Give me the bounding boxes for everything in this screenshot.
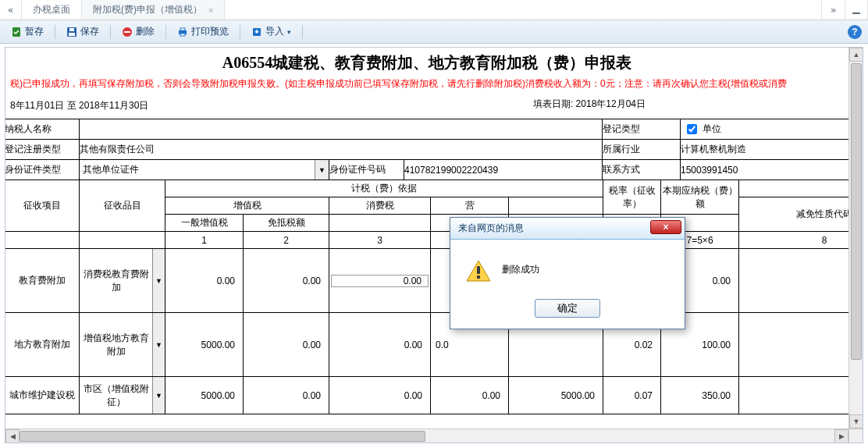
cell-c7[interactable]: 350.00 <box>661 377 739 414</box>
unit-checkbox[interactable] <box>687 124 697 134</box>
cell-c6[interactable]: 0.07 <box>603 377 661 414</box>
col-levy-item: 征收品目 <box>80 180 165 232</box>
cell-c4[interactable]: 0.00 <box>431 377 509 414</box>
table-row: 城市维护建设税 市区（增值税附征） ▼ 5000.00 0.00 0.00 0.… <box>5 377 848 414</box>
tab-close-icon[interactable]: × <box>208 5 213 15</box>
scroll-up-button[interactable]: ▲ <box>849 48 863 62</box>
cell-item-dropdown[interactable]: 市区（增值税附征） ▼ <box>80 377 165 414</box>
taxpayer-info-grid: 纳税人名称 登记类型 单位 登记注册类型 其他有限责任公司 所属行业 计算机整机… <box>5 119 848 160</box>
industry-label: 所属行业 <box>603 140 681 160</box>
warning-icon <box>466 260 491 282</box>
help-button[interactable]: ? <box>848 25 862 39</box>
import-icon <box>251 27 262 37</box>
svg-rect-13 <box>477 276 480 279</box>
scroll-thumb[interactable] <box>20 431 425 442</box>
scroll-body: A06554城建税、教育费附加、地方教育附加税（费）申报表 税)已申报成功，再填… <box>5 48 848 428</box>
window-minimize-button[interactable] <box>845 0 868 20</box>
tab-label: 附加税(费)申报（增值税） <box>93 3 202 16</box>
levy-data-table: 征收项目 征收品目 计税（费）依据 税率（征收率） 本期应纳税（费）额 本期减免… <box>5 180 848 414</box>
col-consumption: 消费税 <box>329 197 431 215</box>
cell-c8[interactable] <box>739 313 848 377</box>
report-title: A06554城建税、教育费附加、地方教育附加税（费）申报表 <box>5 48 848 76</box>
cell-c3-editor[interactable]: 0.00 <box>331 275 429 287</box>
tabs-next-button[interactable]: » <box>821 0 845 20</box>
contact-value[interactable]: 15003991450 <box>681 160 849 180</box>
tab-strip: « 办税桌面 附加税(费)申报（增值税） × » <box>0 0 868 20</box>
scroll-thumb[interactable] <box>851 63 862 360</box>
scroll-right-button[interactable]: ▶ <box>834 429 848 443</box>
svg-rect-4 <box>69 28 74 31</box>
scroll-left-button[interactable]: ◀ <box>5 429 20 443</box>
button-label: 保存 <box>80 25 99 38</box>
period-text: 8年11月01日 至 2018年11月30日 <box>10 100 148 111</box>
col-levy-project: 征收项目 <box>5 180 80 232</box>
dialog-close-button[interactable]: × <box>650 220 681 234</box>
scroll-corner <box>848 428 863 443</box>
scroll-down-button[interactable]: ▼ <box>849 414 863 428</box>
cell-c2[interactable]: 0.00 <box>244 249 329 313</box>
login-reg-type-label: 登记注册类型 <box>5 140 80 160</box>
cell-c1[interactable]: 5000.00 <box>165 377 244 414</box>
id-type-dropdown[interactable]: 其他单位证件 ▼ <box>80 160 329 180</box>
taxpayer-name-label: 纳税人名称 <box>5 119 80 140</box>
cell-c3[interactable]: 0.00 <box>329 377 431 414</box>
col-num-1: 1 <box>165 232 244 249</box>
cell-project: 城市维护建设税 <box>5 377 80 414</box>
industry-value[interactable]: 计算机整机制造 <box>681 140 849 160</box>
vertical-scrollbar[interactable]: ▲ ▼ <box>848 48 863 428</box>
minimize-icon <box>851 5 862 16</box>
col-reduction-group: 本期减免税（ <box>739 180 848 197</box>
id-no-value[interactable]: 410782199002220439 <box>404 160 603 180</box>
import-button[interactable]: 导入 ▾ <box>247 23 296 40</box>
cell-item-dropdown[interactable]: 消费税教育费附加 ▼ <box>80 249 165 312</box>
reg-type-cat-label: 登记类型 <box>603 119 681 140</box>
cell-c8[interactable] <box>739 377 848 414</box>
svg-rect-12 <box>477 266 480 274</box>
dialog-titlebar[interactable]: 来自网页的消息 × <box>450 218 685 240</box>
tabs-prev-button[interactable]: « <box>0 0 22 20</box>
cell-c3[interactable]: 0.00 <box>329 313 431 377</box>
taxpayer-name-value[interactable] <box>80 119 603 140</box>
col-basis-group: 计税（费）依据 <box>165 180 603 197</box>
cell-c5[interactable]: 5000.00 <box>509 377 603 414</box>
print-preview-button[interactable]: 打印预览 <box>173 23 233 40</box>
chevron-down-icon: ▼ <box>315 160 329 180</box>
taxpayer-id-grid: 身份证件类型 其他单位证件 ▼ 身份证件号码 41078219900222043… <box>5 159 848 180</box>
warning-text: 税)已申报成功，再填写保存附加税，否则会导致附加税申报失败。(如主税申报成功前已… <box>5 76 848 98</box>
dialog-title: 来自网页的消息 <box>458 222 524 235</box>
cell-c1[interactable]: 5000.00 <box>165 313 244 377</box>
col-rate: 税率（征收率） <box>603 180 661 215</box>
col-num-2: 2 <box>244 232 329 249</box>
cell-item-value: 市区（增值税附征） <box>80 382 152 409</box>
id-type-label: 身份证件类型 <box>5 160 80 180</box>
dialog-ok-button[interactable]: 确定 <box>535 299 600 318</box>
col-operating: 营 <box>431 197 509 215</box>
horizontal-scrollbar[interactable]: ◀ ▶ <box>5 428 848 443</box>
temp-save-button[interactable]: 暂存 <box>6 23 48 40</box>
table-row: 教育费附加 消费税教育费附加 ▼ 0.00 0.00 0.00 0.03 0.0… <box>5 249 848 313</box>
cell-c1[interactable]: 0.00 <box>165 249 244 313</box>
cell-c2[interactable]: 0.00 <box>244 313 329 377</box>
tab-home[interactable]: 办税桌面 <box>22 0 82 20</box>
cell-item-dropdown[interactable]: 增值税地方教育附加 ▼ <box>80 313 165 376</box>
print-icon <box>177 27 188 37</box>
cell-item-value: 消费税教育费附加 <box>80 268 152 294</box>
svg-rect-3 <box>69 33 75 36</box>
cell-project: 地方教育附加 <box>5 313 80 377</box>
save-button[interactable]: 保存 <box>62 23 104 40</box>
fill-date-label: 填表日期: <box>533 98 573 109</box>
toolbar: 暂存 保存 删除 打印预览 导入 ▾ ? <box>0 20 868 44</box>
svg-rect-6 <box>124 31 130 33</box>
cell-c2[interactable]: 0.00 <box>244 377 329 414</box>
chevron-down-icon: ▾ <box>287 28 291 36</box>
login-reg-type-value[interactable]: 其他有限责任公司 <box>80 140 603 160</box>
delete-button[interactable]: 删除 <box>117 23 159 40</box>
dialog-message: 删除成功 <box>502 260 539 276</box>
chevron-down-icon: ▼ <box>152 377 165 414</box>
svg-rect-9 <box>180 34 185 36</box>
tab-surtax-report[interactable]: 附加税(费)申报（增值税） × <box>82 0 225 20</box>
button-label: 导入 <box>265 25 284 38</box>
save-icon <box>66 27 77 37</box>
cell-project: 教育费附加 <box>5 249 80 313</box>
cell-c8[interactable] <box>739 249 848 313</box>
